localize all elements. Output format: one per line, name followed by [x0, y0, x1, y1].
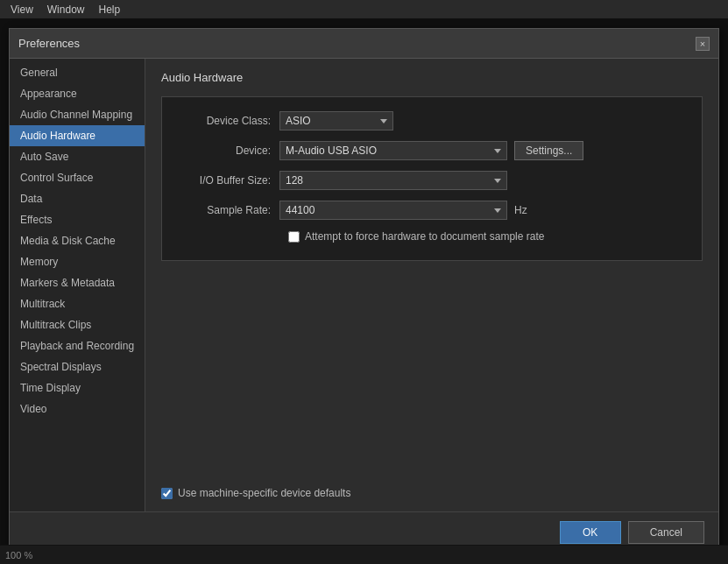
menu-help[interactable]: Help	[91, 2, 127, 18]
menu-view[interactable]: View	[4, 2, 40, 18]
menu-bar: View Window Help	[0, 0, 728, 19]
menu-window[interactable]: Window	[40, 2, 92, 18]
